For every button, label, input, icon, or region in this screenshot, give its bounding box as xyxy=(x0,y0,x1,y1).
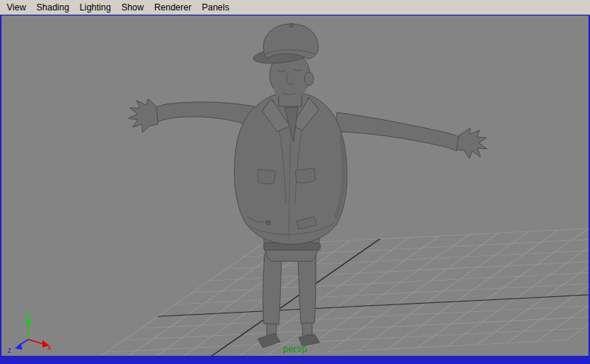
ground-grid-axes xyxy=(89,221,589,356)
menu-show[interactable]: Show xyxy=(116,1,149,14)
character-cap-crown xyxy=(264,24,318,59)
scene-3d xyxy=(1,16,589,356)
character-left-leg xyxy=(263,254,282,325)
axis-y-arrow xyxy=(25,317,31,323)
character-right-hand xyxy=(457,128,487,159)
maya-perspective-panel: View Shading Lighting Show Renderer Pane… xyxy=(0,0,590,364)
active-panel-border: y x z persp xyxy=(0,15,590,364)
menu-renderer[interactable]: Renderer xyxy=(149,1,197,14)
menu-panels[interactable]: Panels xyxy=(197,1,235,14)
character-right-chest-pocket xyxy=(295,168,315,183)
character-right-ankle xyxy=(302,323,312,335)
character-right-arm xyxy=(337,112,461,151)
menu-shading[interactable]: Shading xyxy=(31,1,74,14)
ground-grid xyxy=(89,221,589,356)
camera-name-label: persp xyxy=(1,344,589,354)
perspective-viewport[interactable]: y x z persp xyxy=(1,16,589,356)
character-left-chest-pocket xyxy=(258,169,276,184)
character-cap-button xyxy=(290,24,294,28)
menu-lighting[interactable]: Lighting xyxy=(74,1,116,14)
axis-y-label: y xyxy=(25,310,29,318)
character-ear xyxy=(305,72,314,86)
grid-x-axis-line xyxy=(158,293,589,316)
panel-menubar: View Shading Lighting Show Renderer Pane… xyxy=(0,0,590,15)
menu-view[interactable]: View xyxy=(1,1,31,14)
character-button xyxy=(266,220,270,225)
character-left-hand xyxy=(128,99,158,132)
character-right-leg xyxy=(298,254,316,324)
character-model[interactable] xyxy=(128,24,487,348)
